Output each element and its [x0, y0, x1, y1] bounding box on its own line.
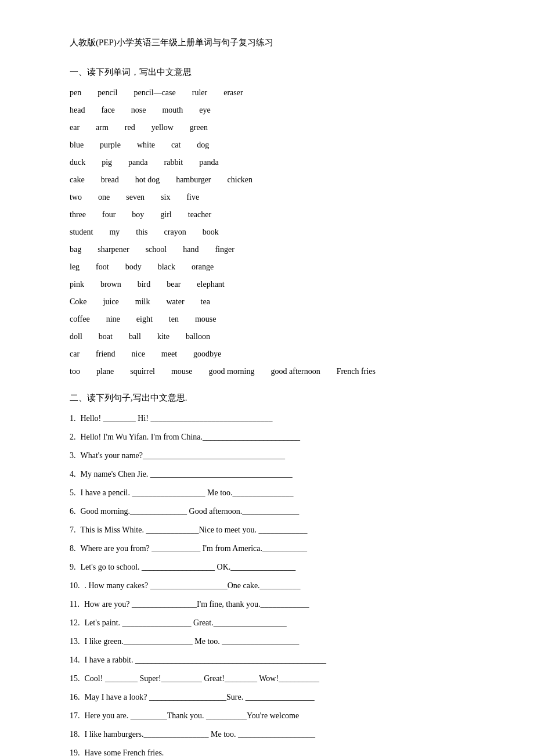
- word-item: mouse: [171, 363, 193, 380]
- sentence-number: 14.: [70, 656, 80, 664]
- word-item: blue: [70, 137, 84, 153]
- sentence-number: 4.: [70, 470, 76, 478]
- word-item: kite: [157, 329, 169, 345]
- word-item: nice: [132, 346, 145, 362]
- word-item: Coke: [70, 294, 87, 310]
- sentence-number: 18.: [70, 730, 80, 739]
- sentence-number: 5.: [70, 488, 76, 497]
- word-item: white: [137, 137, 155, 153]
- sentence-number: 6.: [70, 507, 76, 516]
- word-item: eye: [199, 102, 210, 118]
- word-item: goodbye: [193, 346, 221, 362]
- sentence-item: 2.Hello! I'm Wu Yifan. I'm from China.__…: [70, 429, 476, 445]
- sentence-item: 6.Good morning.______________ Good after…: [70, 503, 476, 520]
- sentence-text: Good morning.______________ Good afterno…: [81, 507, 300, 516]
- word-item: green: [190, 120, 208, 136]
- word-item: mouth: [162, 102, 183, 118]
- word-item: ear: [70, 120, 80, 136]
- sentence-text: Here you are. _________Thank you. ______…: [85, 711, 300, 720]
- word-item: face: [101, 102, 114, 118]
- sentences-container: 1.Hello! ________ Hi! __________________…: [70, 411, 476, 756]
- word-item: eight: [136, 311, 153, 327]
- sentence-number: 12.: [70, 618, 80, 627]
- sentence-text: Let's go to school. __________________ O…: [81, 563, 296, 571]
- sentence-item: 17.Here you are. _________Thank you. ___…: [70, 708, 476, 724]
- word-item: doll: [70, 329, 82, 345]
- sentence-text: Let's paint. _________________ Great.___…: [85, 618, 287, 627]
- word-row: headfacenosemoutheye: [70, 102, 476, 118]
- word-item: bear: [167, 276, 181, 293]
- word-item: head: [70, 102, 85, 118]
- sentence-text: I have a pencil. __________________ Me t…: [81, 488, 294, 497]
- word-item: plane: [96, 363, 114, 380]
- word-item: good afternoon: [271, 363, 320, 380]
- word-item: coffee: [70, 311, 90, 327]
- section1: 一、读下列单词，写出中文意思 penpencilpencil—caseruler…: [70, 64, 476, 380]
- word-item: hot dog: [135, 172, 160, 188]
- word-row: threefourboygirlteacher: [70, 207, 476, 223]
- sentence-item: 5.I have a pencil. __________________ Me…: [70, 485, 476, 501]
- word-item: my: [109, 224, 120, 240]
- word-item: too: [70, 363, 80, 380]
- sentence-number: 3.: [70, 451, 76, 460]
- sentence-item: 3.What's your name?_____________________…: [70, 448, 476, 464]
- sentence-item: 9.Let's go to school. __________________…: [70, 559, 476, 575]
- word-item: ruler: [192, 85, 207, 101]
- word-item: nose: [131, 102, 146, 118]
- sentence-number: 10.: [70, 581, 80, 590]
- word-item: French fries: [337, 363, 376, 380]
- sentence-text: What's your name?_______________________…: [81, 451, 285, 460]
- sentence-item: 8.Where are you from? ____________ I'm f…: [70, 541, 476, 557]
- word-item: yellow: [151, 120, 174, 136]
- word-item: cat: [171, 137, 181, 153]
- word-item: good morning: [209, 363, 255, 380]
- sentence-number: 9.: [70, 563, 76, 571]
- word-item: dog: [197, 137, 209, 153]
- word-row: coffeenineeighttenmouse: [70, 311, 476, 327]
- word-item: red: [125, 120, 135, 136]
- word-item: pencil: [98, 85, 117, 101]
- word-item: one: [98, 189, 110, 206]
- word-item: boat: [99, 329, 113, 345]
- word-item: nine: [106, 311, 120, 327]
- sentence-number: 15.: [70, 674, 80, 683]
- sentence-item: 4.My name's Chen Jie. __________________…: [70, 466, 476, 483]
- word-item: body: [125, 259, 142, 275]
- word-item: pen: [70, 85, 81, 101]
- sentence-text: Cool! ________ Super!__________ Great!__…: [85, 674, 320, 683]
- word-item: water: [166, 294, 184, 310]
- word-row: tooplanesquirrelmousegood morninggood af…: [70, 363, 476, 380]
- section2: 二、读下列句子,写出中文意思. 1.Hello! ________ Hi! __…: [70, 390, 476, 756]
- word-item: arm: [96, 120, 109, 136]
- word-item: hand: [183, 242, 199, 258]
- word-row: pinkbrownbirdbearelephant: [70, 276, 476, 293]
- word-row: bluepurplewhitecatdog: [70, 137, 476, 153]
- sentence-item: 12.Let's paint. _________________ Great.…: [70, 615, 476, 631]
- page-title: 人教版(PEP)小学英语三年级上册单词与句子复习练习: [70, 35, 476, 51]
- sentence-item: 15.Cool! ________ Super!__________ Great…: [70, 671, 476, 687]
- word-item: ball: [129, 329, 141, 345]
- sentence-number: 16.: [70, 693, 80, 701]
- word-item: bag: [70, 242, 81, 258]
- sentence-item: 14.I have a rabbit. ____________________…: [70, 652, 476, 668]
- sentence-item: 16.May I have a look? __________________…: [70, 689, 476, 705]
- sentence-item: 18.I like hamburgers.________________ Me…: [70, 726, 476, 743]
- word-item: student: [70, 224, 93, 240]
- word-item: leg: [70, 259, 80, 275]
- sentence-text: How are you? ________________I'm fine, t…: [84, 600, 309, 609]
- word-item: car: [70, 346, 80, 362]
- sentence-item: 1.Hello! ________ Hi! __________________…: [70, 411, 476, 427]
- word-item: brown: [100, 276, 121, 293]
- word-item: sharpener: [98, 242, 129, 258]
- word-row: legfootbodyblackorange: [70, 259, 476, 275]
- word-item: balloon: [186, 329, 210, 345]
- word-item: chicken: [228, 172, 253, 188]
- sentence-item: 19.Have some French fries. _____________…: [70, 745, 476, 756]
- sentence-text: Hello! ________ Hi! ____________________…: [81, 414, 273, 423]
- word-item: two: [70, 189, 82, 206]
- word-item: six: [161, 189, 170, 206]
- word-item: rabbit: [164, 154, 183, 171]
- sentence-text: This is Miss White. _____________Nice to…: [81, 525, 308, 534]
- sentence-text: My name's Chen Jie. ____________________…: [81, 470, 293, 478]
- word-item: hamburger: [176, 172, 211, 188]
